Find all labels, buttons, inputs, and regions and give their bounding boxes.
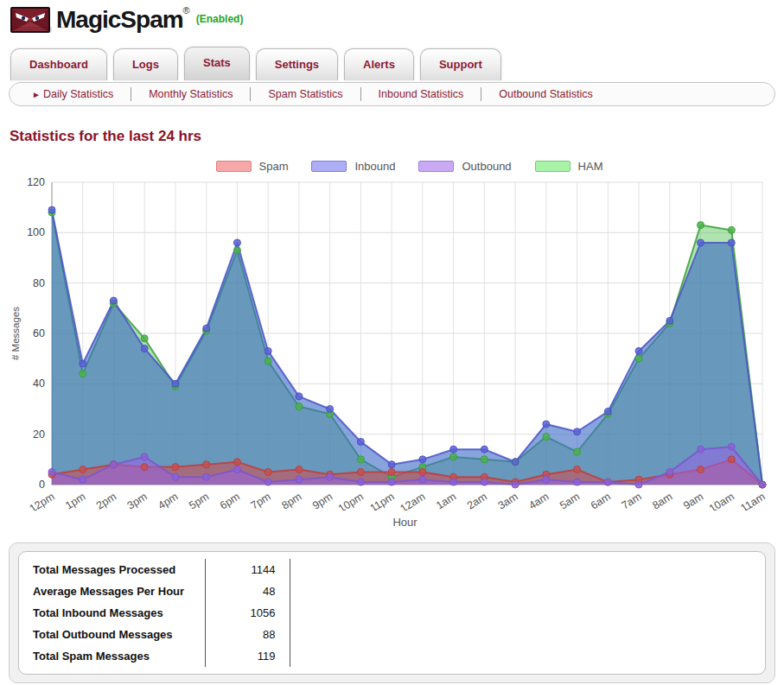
spam-swatch-icon — [216, 161, 252, 172]
svg-text:9am: 9am — [681, 491, 705, 511]
outbound-swatch-icon — [418, 161, 454, 172]
svg-text:120: 120 — [27, 176, 45, 188]
page-title: Statistics for the last 24 hrs — [10, 128, 775, 145]
svg-text:100: 100 — [27, 226, 45, 238]
brand-row: MagicSpam® (Enabled) — [9, 4, 775, 35]
svg-text:8am: 8am — [650, 491, 674, 511]
svg-text:60: 60 — [33, 327, 45, 339]
main-tabs: DashboardLogsStatsSettingsAlertsSupport — [9, 47, 775, 80]
summary-label: Total Spam Messages — [19, 645, 205, 667]
svg-text:3pm: 3pm — [125, 491, 150, 511]
summary-value: 119 — [205, 645, 290, 667]
summary-label: Total Inbound Messages — [19, 602, 205, 624]
magicspam-page: MagicSpam® (Enabled) MagicSpam Dashboard… — [0, 0, 784, 685]
summary-filler — [290, 645, 765, 667]
brand-title: MagicSpam® — [56, 7, 190, 33]
summary-value: 1144 — [205, 559, 290, 580]
svg-text:9pm: 9pm — [310, 491, 335, 511]
svg-text:3am: 3am — [496, 491, 520, 511]
svg-text:5pm: 5pm — [187, 491, 211, 511]
magicspam-logo-icon — [10, 7, 50, 33]
tab-stats[interactable]: Stats — [184, 47, 250, 80]
legend-item-spam: Spam — [216, 160, 289, 173]
subnav-item-daily-statistics[interactable]: ►Daily Statistics — [15, 87, 131, 101]
summary-box: Total Messages Processed1144Average Mess… — [18, 551, 766, 675]
svg-text:5am: 5am — [558, 491, 582, 511]
summary-section: Total Messages Processed1144Average Mess… — [9, 542, 775, 683]
svg-text:8pm: 8pm — [279, 491, 303, 511]
tab-support[interactable]: Support — [420, 48, 501, 80]
tab-dashboard[interactable]: Dashboard — [10, 48, 107, 80]
svg-text:6pm: 6pm — [218, 491, 242, 511]
legend-item-outbound: Outbound — [418, 160, 511, 173]
svg-text:0: 0 — [39, 479, 45, 491]
svg-text:4pm: 4pm — [156, 491, 180, 511]
summary-row-total-inbound-messages: Total Inbound Messages1056 — [19, 602, 765, 624]
svg-text:1am: 1am — [434, 491, 458, 511]
x-axis-title: Hour — [35, 516, 775, 529]
stats-subnav: ►Daily StatisticsMonthly StatisticsSpam … — [9, 82, 775, 106]
svg-text:# Messages: # Messages — [10, 307, 21, 360]
summary-value: 48 — [205, 580, 290, 602]
legend-label-inbound: Inbound — [354, 160, 395, 173]
summary-row-total-messages-processed: Total Messages Processed1144 — [19, 559, 765, 580]
app-header: MagicSpam® (Enabled) MagicSpam — [9, 4, 775, 44]
summary-filler — [290, 580, 765, 602]
legend-label-ham: HAM — [578, 160, 603, 173]
summary-filler — [290, 559, 765, 580]
svg-text:12am: 12am — [398, 491, 428, 511]
legend-label-outbound: Outbound — [462, 160, 511, 173]
legend-item-inbound: Inbound — [311, 160, 395, 173]
summary-row-total-spam-messages: Total Spam Messages119 — [19, 645, 765, 667]
enabled-status: (Enabled) — [196, 13, 244, 25]
svg-text:4am: 4am — [526, 491, 551, 511]
tab-settings[interactable]: Settings — [256, 48, 338, 80]
subnav-item-monthly-statistics[interactable]: Monthly Statistics — [131, 87, 251, 101]
svg-text:20: 20 — [33, 428, 45, 441]
legend-label-spam: Spam — [259, 160, 289, 173]
svg-text:12pm: 12pm — [28, 491, 57, 511]
svg-text:2am: 2am — [465, 491, 489, 511]
svg-text:6am: 6am — [589, 491, 613, 511]
summary-filler — [290, 602, 765, 624]
tab-alerts[interactable]: Alerts — [344, 48, 414, 80]
summary-label: Total Messages Processed — [19, 559, 205, 580]
svg-text:80: 80 — [33, 277, 45, 289]
svg-text:10am: 10am — [707, 491, 736, 511]
summary-row-total-outbound-messages: Total Outbound Messages88 — [19, 624, 765, 645]
subnav-item-inbound-statistics[interactable]: Inbound Statistics — [361, 87, 482, 101]
ham-swatch-icon — [535, 161, 570, 172]
chart-container: 020406080100120# Messages12pm1pm2pm3pm4p… — [9, 175, 775, 514]
svg-text:40: 40 — [33, 377, 45, 390]
svg-text:2pm: 2pm — [94, 491, 118, 511]
active-arrow-icon: ► — [32, 90, 41, 99]
summary-table: Total Messages Processed1144Average Mess… — [19, 559, 765, 667]
chart-legend: SpamInboundOutboundHAM — [43, 160, 775, 173]
summary-row-average-messages-per-hour: Average Messages Per Hour48 — [19, 580, 765, 602]
legend-item-ham: HAM — [535, 160, 603, 173]
subnav-item-outbound-statistics[interactable]: Outbound Statistics — [481, 87, 609, 101]
svg-text:11pm: 11pm — [368, 491, 397, 511]
svg-text:7pm: 7pm — [249, 491, 273, 511]
registered-mark: ® — [183, 5, 190, 16]
summary-value: 1056 — [205, 602, 290, 624]
svg-text:10pm: 10pm — [336, 491, 366, 511]
svg-text:1pm: 1pm — [63, 491, 87, 511]
summary-filler — [290, 624, 765, 645]
brand-text: MagicSpam — [56, 6, 183, 33]
inbound-swatch-icon — [311, 161, 347, 172]
subnav-item-spam-statistics[interactable]: Spam Statistics — [251, 87, 360, 101]
daily-statistics-chart: 020406080100120# Messages12pm1pm2pm3pm4p… — [9, 175, 775, 511]
svg-text:11am: 11am — [738, 491, 767, 511]
svg-text:7am: 7am — [620, 491, 644, 511]
summary-value: 88 — [205, 624, 290, 645]
summary-label: Average Messages Per Hour — [19, 580, 205, 602]
tab-logs[interactable]: Logs — [113, 48, 178, 80]
summary-label: Total Outbound Messages — [19, 624, 205, 645]
